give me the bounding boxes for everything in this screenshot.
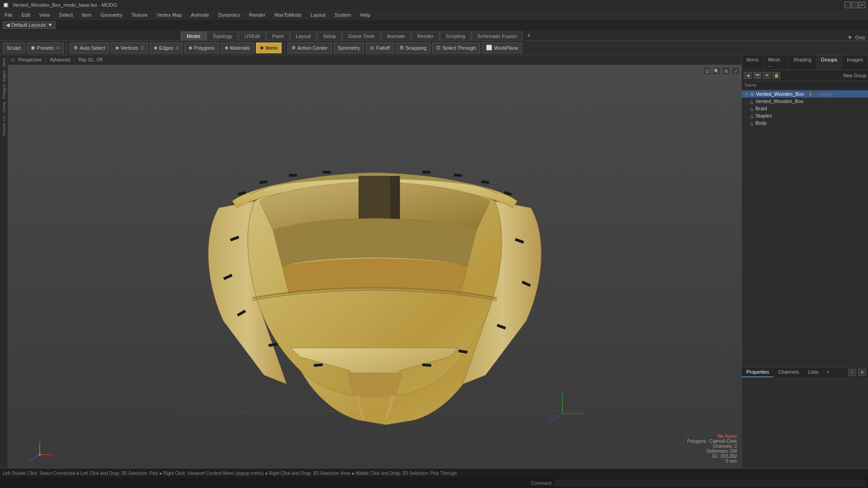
tab-game-tools[interactable]: Game Tools [342,32,381,40]
mesh-icon-3: △ [750,113,754,118]
symmetry-button[interactable]: Symmetry [334,42,364,53]
layout-bar: ◀ Default Layouts ▼ [0,20,868,30]
tab-animate[interactable]: Animate [381,32,411,40]
workplane-button[interactable]: ⬜ WorkPlane [482,42,523,53]
no-items-label: No Items [687,434,737,439]
auto-select-button[interactable]: ⊕ Auto Select [70,42,109,53]
br-tab-properties[interactable]: Properties [742,367,774,377]
rp-tab-groups[interactable]: Groups [816,55,842,70]
mesh-icon-2: △ [750,106,754,111]
add-tab-button[interactable]: + [523,30,534,40]
viewport-expand-icon[interactable]: ⊡ [11,57,14,62]
tab-setup[interactable]: Setup [317,32,342,40]
select-through-button[interactable]: ⊡ Select Through [432,42,480,53]
sidebar-item-polygon[interactable]: Polygon [1,83,7,100]
menu-dynamics[interactable]: Dynamics [217,11,242,19]
br-tab-lists[interactable]: Lists [804,367,823,377]
svg-line-20 [549,413,562,422]
view-separator: | [45,57,47,62]
viewport-container: ⊡ Perspective | Advanced | Ray GL: Off ⊡… [8,55,741,468]
tab-model[interactable]: Model [181,32,206,40]
tab-paint[interactable]: Paint [266,32,289,40]
auto-select-icon: ⊕ [74,45,78,51]
presets-icon: ◉ [31,45,35,51]
sidebar-item-fusion[interactable]: Fusion [1,122,7,136]
rp-tab-shading[interactable]: Shading [788,55,816,70]
menu-geometry[interactable]: Geometry [99,11,124,19]
tree-item-child1[interactable]: △ Vented_Wooden_Box [747,98,868,105]
model-canvas [8,65,741,468]
polygons-button[interactable]: ◈ Polygons [184,42,218,53]
menu-texture[interactable]: Texture [130,11,150,19]
tree-label-child4: Body [755,120,767,126]
sculpt-label: Sculpt [7,45,21,51]
auto-select-label: Auto Select [80,45,105,51]
sidebar-item-uv[interactable]: UV [1,114,7,122]
close-button[interactable]: ✕ [859,2,865,8]
br-tab-channels[interactable]: Channels [774,367,803,377]
panel-expand-button[interactable]: ⤢ [848,369,856,376]
rp-tab-items[interactable]: Items [742,55,764,70]
falloff-button[interactable]: ◎ Falloff [366,42,394,53]
vertices-count: 0 [141,45,144,51]
vertices-button[interactable]: ◈ Vertices 0 [111,42,148,53]
presets-button[interactable]: ◉ Presets Fil [27,42,64,53]
menu-layout[interactable]: Layout [309,11,327,19]
advanced-label[interactable]: Advanced [50,57,70,62]
tab-uvedit[interactable]: UVEdit [239,32,266,40]
maximize-button[interactable]: □ [852,2,858,8]
tab-render[interactable]: Render [411,32,439,40]
menu-edit[interactable]: Edit [20,11,32,19]
items-button[interactable]: ◈ Items [256,42,282,53]
only-label: Only [855,35,865,40]
rp-camera-button[interactable]: 📷 [753,72,761,79]
layout-arrow-left: ◀ [6,22,9,28]
sidebar-item-curve[interactable]: Curve [1,101,7,113]
view-separator2: | [74,57,75,62]
tree-item-root[interactable]: ▼ ⊞ Vented_Wooden_Box 2 : Group [742,90,868,98]
menu-animate[interactable]: Animate [189,11,211,19]
action-center-label: Action Center [297,45,328,51]
left-sidebar: Verts Edges Polygon Curve UV Fusion [0,55,8,468]
tree-item-child4[interactable]: △ Body [747,119,868,127]
menu-select[interactable]: Select [57,11,75,19]
menu-render[interactable]: Render [247,11,267,19]
edges-count: 0 [176,45,179,51]
materials-button[interactable]: ◈ Materials [221,42,255,53]
vertices-icon: ◈ [115,45,119,51]
rp-lock-button[interactable]: 🔒 [772,72,780,79]
tab-layout[interactable]: Layout [290,32,316,40]
right-panel: Items Mesh ... Shading Groups Images ◀ 📷… [741,55,868,468]
command-input-field[interactable] [554,479,866,487]
menu-system[interactable]: System [333,11,353,19]
layout-dropdown[interactable]: ◀ Default Layouts ▼ [3,21,56,29]
rp-visibility-button[interactable]: 👁 [763,72,771,79]
menu-help[interactable]: Help [359,11,373,19]
menu-view[interactable]: View [38,11,52,19]
action-center-button[interactable]: ⊕ Action Center [288,42,332,53]
tool-bar: Sculpt ◉ Presets Fil ⊕ Auto Select ◈ Ver… [0,41,868,55]
tab-topology[interactable]: Topology [207,32,238,40]
3d-viewport[interactable]: ⊡ 🔍 ⚙ ⤢ [8,65,741,468]
menu-item[interactable]: Item [80,11,93,19]
snapping-button[interactable]: ⊞ Snapping [396,42,431,53]
sidebar-item-edges[interactable]: Edges [1,69,7,83]
br-tab-add-button[interactable]: + [823,367,833,377]
menu-file[interactable]: File [3,11,14,19]
menu-maxtoModo[interactable]: MaxToModo [273,11,303,19]
rp-back-button[interactable]: ◀ [744,72,752,79]
menu-vertex-map[interactable]: Vertex Map [155,11,184,19]
edges-button[interactable]: ◈ Edges 0 [150,42,183,53]
tree-label-child1: Vented_Wooden_Box [755,99,803,104]
tab-schematic-fusion[interactable]: Schematic Fusion [472,32,523,40]
sidebar-item-vertices[interactable]: Verts [1,57,7,68]
tree-item-child3[interactable]: △ Staples [747,112,868,119]
sculpt-button[interactable]: Sculpt [3,42,25,53]
panel-settings-button[interactable]: ⚙ [858,369,866,376]
falloff-label: Falloff [376,45,390,51]
rp-tab-mesh[interactable]: Mesh ... [764,55,789,70]
minimize-button[interactable]: — [844,2,851,8]
tree-item-child2[interactable]: △ Braid [747,105,868,112]
tab-scripting[interactable]: Scripting [440,32,471,40]
rp-tab-images[interactable]: Images [842,55,868,70]
